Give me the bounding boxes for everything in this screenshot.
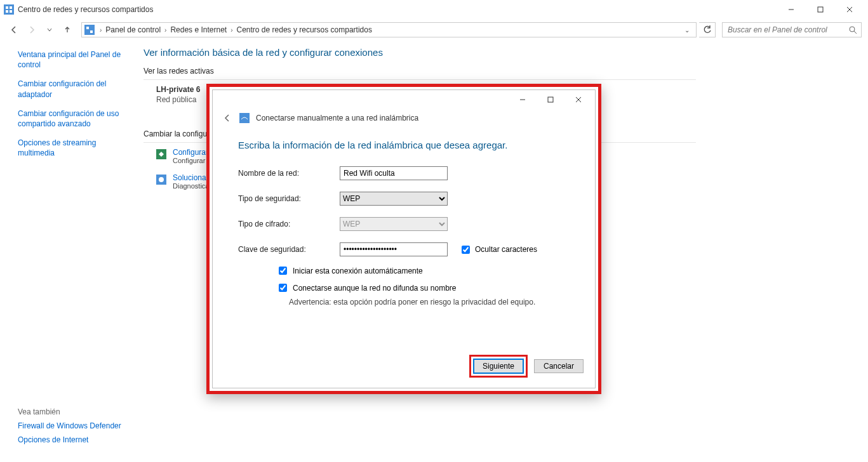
- wizard-icon: [156, 149, 166, 159]
- svg-rect-2: [10, 6, 12, 9]
- cancel-button[interactable]: Cancelar: [534, 359, 584, 373]
- sidebar-link-sharing[interactable]: Cambiar configuración de uso compartido …: [18, 109, 135, 129]
- svg-point-16: [159, 177, 164, 182]
- search-icon[interactable]: [849, 26, 857, 34]
- dialog-maximize-button[interactable]: [537, 91, 564, 109]
- privacy-warning: Advertencia: esta opción podría poner en…: [238, 298, 570, 307]
- minimize-button[interactable]: [777, 0, 806, 19]
- forward-button[interactable]: [24, 22, 39, 37]
- see-also-section: Vea también Firewall de Windows Defender…: [18, 407, 121, 449]
- page-heading: Ver información básica de la red y confi…: [144, 47, 696, 58]
- dialog-back-button[interactable]: [223, 114, 233, 122]
- breadcrumb-item[interactable]: Centro de redes y recursos compartidos: [234, 25, 375, 34]
- encryption-type-select: WEP: [340, 217, 448, 231]
- svg-point-12: [850, 27, 855, 32]
- auto-connect-input[interactable]: [279, 267, 287, 275]
- search-input[interactable]: [726, 25, 849, 35]
- security-key-label: Clave de seguridad:: [238, 245, 340, 254]
- svg-rect-6: [818, 7, 823, 12]
- encryption-type-label: Tipo de cifrado:: [238, 220, 340, 228]
- refresh-button[interactable]: [699, 22, 716, 37]
- breadcrumb-item[interactable]: Redes e Internet: [168, 25, 229, 34]
- navigation-toolbar: › Panel de control › Redes e Internet › …: [0, 19, 868, 41]
- sidebar-link-home[interactable]: Ventana principal del Panel de control: [18, 50, 135, 70]
- see-also-label: Vea también: [18, 407, 121, 416]
- see-also-firewall[interactable]: Firewall de Windows Defender: [18, 421, 121, 430]
- breadcrumb-item[interactable]: Panel de control: [103, 25, 163, 34]
- network-name-input[interactable]: [340, 166, 448, 180]
- auto-connect-checkbox[interactable]: Iniciar esta conexión automáticamente: [276, 265, 570, 277]
- see-also-internet-options[interactable]: Opciones de Internet: [18, 435, 121, 444]
- svg-rect-0: [4, 4, 14, 15]
- network-icon: [84, 25, 95, 35]
- sidebar-link-streaming[interactable]: Opciones de streaming multimedia: [18, 138, 135, 158]
- dialog-close-button[interactable]: [564, 91, 592, 109]
- window-title: Centro de redes y recursos compartidos: [18, 5, 153, 14]
- svg-rect-4: [10, 10, 12, 13]
- chevron-down-icon[interactable]: ⌄: [681, 27, 693, 34]
- svg-rect-3: [6, 10, 8, 13]
- wifi-icon: [239, 113, 250, 123]
- dialog-minimize-button[interactable]: [509, 91, 537, 109]
- chevron-right-icon: ›: [163, 27, 168, 34]
- svg-rect-10: [86, 27, 89, 29]
- security-type-select[interactable]: WEP: [340, 192, 448, 206]
- back-button[interactable]: [6, 22, 22, 37]
- breadcrumb[interactable]: › Panel de control › Redes e Internet › …: [81, 22, 697, 37]
- app-icon: [4, 4, 14, 15]
- next-button[interactable]: Siguiente: [474, 359, 523, 373]
- svg-rect-21: [239, 113, 250, 123]
- dialog-header-text: Conectarse manualmente a una red inalámb…: [256, 114, 418, 122]
- sidebar-link-adapter[interactable]: Cambiar configuración del adaptador: [18, 79, 135, 99]
- connect-hidden-input[interactable]: [279, 284, 287, 292]
- active-networks-label: Ver las redes activas: [144, 67, 696, 76]
- dialog-heading: Escriba la información de la red inalámb…: [213, 127, 595, 161]
- search-box[interactable]: [722, 22, 862, 37]
- window-titlebar: Centro de redes y recursos compartidos: [0, 0, 868, 19]
- hide-chars-checkbox[interactable]: Ocultar caracteres: [459, 244, 537, 256]
- wizard-dialog: Conectarse manualmente a una red inalámb…: [212, 89, 596, 388]
- security-type-label: Tipo de seguridad:: [238, 194, 340, 203]
- network-name-label: Nombre de la red:: [238, 169, 340, 178]
- svg-rect-9: [84, 25, 95, 35]
- troubleshoot-icon: [156, 175, 166, 185]
- next-button-highlight: Siguiente: [469, 355, 528, 378]
- security-key-input[interactable]: [340, 242, 448, 256]
- close-button[interactable]: [835, 0, 864, 19]
- connect-hidden-label: Conectarse aunque la red no difunda su n…: [293, 284, 457, 293]
- chevron-right-icon: ›: [98, 27, 103, 34]
- recent-dropdown[interactable]: [42, 22, 57, 37]
- wizard-dialog-highlight: Conectarse manualmente a una red inalámb…: [206, 84, 601, 394]
- maximize-button[interactable]: [806, 0, 835, 19]
- chevron-right-icon: ›: [229, 27, 234, 34]
- sidebar: Ventana principal del Panel de control C…: [0, 41, 141, 190]
- hide-chars-label: Ocultar caracteres: [475, 245, 537, 254]
- svg-rect-1: [6, 6, 8, 9]
- up-button[interactable]: [60, 22, 75, 37]
- svg-rect-11: [90, 30, 93, 33]
- hide-chars-input[interactable]: [462, 246, 470, 254]
- svg-rect-18: [548, 97, 553, 102]
- auto-connect-label: Iniciar esta conexión automáticamente: [293, 267, 423, 275]
- connect-hidden-checkbox[interactable]: Conectarse aunque la red no difunda su n…: [276, 282, 570, 294]
- svg-line-13: [854, 31, 857, 34]
